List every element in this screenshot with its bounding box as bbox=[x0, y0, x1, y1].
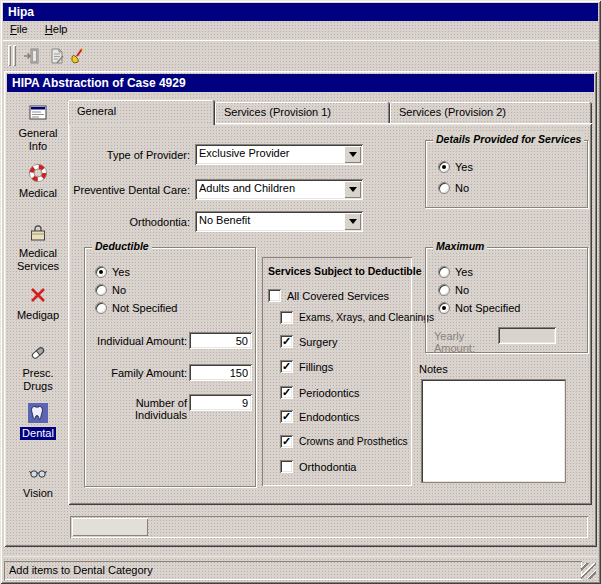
checkbox-periodontics[interactable]: Periodontics bbox=[280, 386, 360, 399]
checkbox-label: Fillings bbox=[299, 361, 333, 373]
maximum-no-radio[interactable]: No bbox=[438, 284, 469, 296]
yearly-amount-label: Yearly Amount: bbox=[434, 330, 496, 354]
resize-grip-icon[interactable] bbox=[581, 563, 596, 579]
checkbox-box[interactable] bbox=[280, 360, 293, 373]
life-ring-icon bbox=[28, 163, 48, 183]
radio-button[interactable] bbox=[438, 284, 450, 296]
combobox-dropdown-button[interactable] bbox=[344, 181, 361, 198]
annotate-hand-icon bbox=[68, 47, 86, 65]
individual-amount-field[interactable] bbox=[189, 332, 252, 349]
menu-help[interactable]: Help bbox=[38, 21, 75, 39]
bag-icon bbox=[28, 223, 48, 243]
checkbox-box[interactable] bbox=[280, 410, 293, 423]
toolbar-grip[interactable] bbox=[13, 45, 16, 66]
orthodontia-combobox[interactable]: No Benefit bbox=[195, 211, 363, 232]
radio-button[interactable] bbox=[438, 161, 450, 173]
checkbox-box[interactable] bbox=[268, 289, 281, 302]
annotate-button[interactable] bbox=[65, 44, 88, 67]
number-of-individuals-label: Number of Individuals bbox=[87, 397, 187, 421]
tab-label: General bbox=[77, 105, 116, 117]
checkbox-label: All Covered Services bbox=[287, 290, 389, 302]
radio-button[interactable] bbox=[438, 302, 450, 314]
checkbox-exams-xrays-cleanings[interactable]: Exams, Xrays, and Cleanings bbox=[280, 311, 434, 324]
checkbox-label: Surgery bbox=[299, 336, 338, 348]
sidebar-item-medigap[interactable]: Medigap bbox=[8, 285, 68, 322]
exit-icon bbox=[22, 47, 40, 65]
checkbox-box[interactable] bbox=[280, 386, 293, 399]
details-no-radio[interactable]: No bbox=[438, 182, 469, 194]
combobox-dropdown-button[interactable] bbox=[344, 213, 361, 230]
checkbox-fillings[interactable]: Fillings bbox=[280, 360, 333, 373]
combobox-value: Adults and Children bbox=[199, 182, 343, 194]
tooth-icon bbox=[28, 403, 48, 423]
radio-label: Yes bbox=[455, 161, 473, 173]
checkbox-crowns-prosthetics[interactable]: Crowns and Prosthetics bbox=[280, 435, 408, 448]
deductible-not-specified-radio[interactable]: Not Specified bbox=[95, 302, 177, 314]
checkbox-orthodontia[interactable]: Orthodontia bbox=[280, 460, 356, 473]
tab-label: Services (Provision 2) bbox=[399, 106, 506, 118]
checkbox-surgery[interactable]: Surgery bbox=[280, 335, 338, 348]
exit-button[interactable] bbox=[19, 44, 42, 67]
chevron-down-icon bbox=[349, 219, 357, 228]
sidebar-item-label: Medical Services bbox=[8, 247, 68, 273]
preventive-dental-care-combobox[interactable]: Adults and Children bbox=[195, 179, 363, 200]
checkbox-label: Exams, Xrays, and Cleanings bbox=[299, 312, 434, 323]
sidebar-item-dental[interactable]: Dental bbox=[8, 403, 68, 440]
checkbox-box[interactable] bbox=[280, 435, 293, 448]
horizontal-scrollbar[interactable] bbox=[70, 516, 588, 538]
radio-button[interactable] bbox=[95, 302, 107, 314]
checkbox-endodontics[interactable]: Endodontics bbox=[280, 410, 360, 423]
type-of-provider-combobox[interactable]: Exclusive Provider bbox=[195, 144, 363, 165]
sidebar-item-label: Medigap bbox=[15, 309, 61, 322]
notes-textarea[interactable] bbox=[421, 379, 566, 483]
number-of-individuals-field[interactable] bbox=[189, 394, 252, 411]
radio-button[interactable] bbox=[438, 182, 450, 194]
preventive-dental-care-label: Preventive Dental Care: bbox=[68, 184, 190, 196]
app-window: Hipa File Help bbox=[0, 0, 601, 584]
maximum-yes-radio[interactable]: Yes bbox=[438, 266, 473, 278]
type-of-provider-label: Type of Provider: bbox=[68, 149, 190, 161]
checkbox-box[interactable] bbox=[280, 460, 293, 473]
sidebar-item-vision[interactable]: Vision bbox=[8, 463, 68, 500]
case-title-bar[interactable]: HIPA Abstraction of Case 4929 bbox=[7, 74, 594, 92]
details-provided-groupbox: Details Provided for Services Yes No bbox=[425, 140, 588, 208]
family-amount-field[interactable] bbox=[189, 364, 252, 381]
tab-services-provision-2[interactable]: Services (Provision 2) bbox=[390, 102, 592, 124]
sidebar-item-medical[interactable]: Medical bbox=[8, 163, 68, 200]
checkbox-label: Crowns and Prosthetics bbox=[299, 436, 408, 447]
family-amount-label: Family Amount: bbox=[87, 367, 187, 379]
checkbox-all-covered-services[interactable]: All Covered Services bbox=[268, 289, 389, 302]
tab-services-provision-1[interactable]: Services (Provision 1) bbox=[215, 102, 390, 124]
deductible-yes-radio[interactable]: Yes bbox=[95, 266, 130, 278]
checkbox-label: Endodontics bbox=[299, 411, 360, 423]
deductible-no-radio[interactable]: No bbox=[95, 284, 126, 296]
radio-label: No bbox=[455, 284, 469, 296]
combobox-value: No Benefit bbox=[199, 214, 343, 226]
status-bar: Add items to Dental Category bbox=[3, 556, 598, 581]
sidebar-item-general-info[interactable]: General Info bbox=[8, 103, 68, 153]
checkbox-box[interactable] bbox=[280, 335, 293, 348]
maximum-not-specified-radio[interactable]: Not Specified bbox=[438, 302, 520, 314]
yearly-amount-field bbox=[498, 327, 556, 344]
sidebar-item-label: Medical bbox=[17, 187, 59, 200]
tab-general[interactable]: General bbox=[68, 100, 215, 125]
maximum-title: Maximum bbox=[433, 240, 487, 252]
red-x-icon bbox=[28, 285, 48, 305]
form-icon bbox=[28, 103, 48, 123]
title-bar[interactable]: Hipa bbox=[3, 3, 598, 21]
sidebar-item-presc-drugs[interactable]: Presc. Drugs bbox=[8, 343, 68, 393]
checkbox-box[interactable] bbox=[280, 311, 293, 324]
sidebar-item-medical-services[interactable]: Medical Services bbox=[8, 223, 68, 273]
notes-label: Notes bbox=[419, 363, 448, 375]
radio-button[interactable] bbox=[95, 266, 107, 278]
individual-amount-label: Individual Amount: bbox=[87, 335, 187, 347]
toolbar bbox=[3, 40, 598, 70]
combobox-dropdown-button[interactable] bbox=[344, 146, 361, 163]
details-yes-radio[interactable]: Yes bbox=[438, 161, 473, 173]
toolbar-grip[interactable] bbox=[8, 45, 11, 66]
radio-button[interactable] bbox=[438, 266, 450, 278]
scrollbar-thumb[interactable] bbox=[72, 518, 148, 536]
radio-button[interactable] bbox=[95, 284, 107, 296]
checkbox-label: Orthodontia bbox=[299, 461, 356, 473]
menu-file[interactable]: File bbox=[3, 21, 35, 39]
